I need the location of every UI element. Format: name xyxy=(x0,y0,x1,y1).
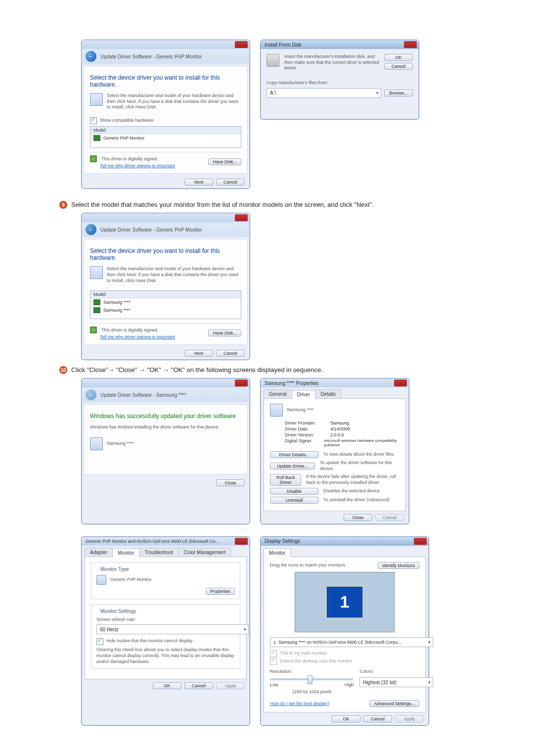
close-button[interactable]: Close xyxy=(344,514,372,521)
signed-text: This driver is digitally signed. xyxy=(101,328,158,332)
monitor-icon xyxy=(93,299,100,305)
resolution-label: Resolution: xyxy=(270,669,354,675)
tab-monitor[interactable]: Monitor xyxy=(264,548,291,557)
list-item[interactable]: Generic PnP Monitor xyxy=(90,134,241,142)
list-item[interactable]: Samsung **** xyxy=(90,306,241,314)
tab-adapter[interactable]: Adapter xyxy=(85,548,113,557)
advanced-settings-button[interactable]: Advanced Settings... xyxy=(369,700,419,707)
breadcrumb: ← Update Driver Software - Generic PnP M… xyxy=(82,222,250,237)
cancel-button[interactable]: Cancel xyxy=(384,63,413,70)
next-button[interactable]: Next xyxy=(184,350,213,357)
device-name: Samsung **** xyxy=(287,407,314,413)
back-icon: ← xyxy=(86,389,96,400)
disable-button[interactable]: Disable xyxy=(270,488,318,495)
window-update-driver-success: ← Update Driver Software - Samsung **** … xyxy=(81,378,250,524)
shield-icon xyxy=(90,327,97,333)
path-dropdown[interactable]: A:\ xyxy=(267,88,381,98)
ok-button[interactable]: OK xyxy=(384,54,413,61)
model-listbox[interactable]: Model Generic PnP Monitor xyxy=(90,126,241,148)
titlebar: Samsung **** Properties xyxy=(261,378,409,387)
back-icon[interactable]: ← xyxy=(86,224,96,235)
colors-dropdown[interactable]: Highest (32 bit) xyxy=(359,677,433,687)
have-disk-button[interactable]: Have Disk... xyxy=(208,330,241,336)
breadcrumb-text: Update Driver Software - Generic PnP Mon… xyxy=(100,227,202,233)
close-icon[interactable] xyxy=(414,538,427,545)
window-device-properties: Samsung **** Properties General Driver D… xyxy=(260,378,409,524)
close-icon[interactable] xyxy=(235,41,248,48)
ok-button[interactable]: OK xyxy=(153,682,181,689)
signing-link[interactable]: Tell me why driver signing is important xyxy=(100,163,175,168)
close-button[interactable]: Close xyxy=(216,479,245,486)
rollback-driver-button[interactable]: Roll Back Driver xyxy=(270,474,301,486)
model-listbox[interactable]: Model Samsung **** Samsung **** xyxy=(90,290,241,319)
tab-troubleshoot[interactable]: Troubleshoot xyxy=(139,548,178,557)
close-icon[interactable] xyxy=(235,379,248,386)
cancel-button[interactable]: Cancel xyxy=(363,715,392,722)
list-item[interactable]: Samsung **** xyxy=(90,298,241,306)
step-number-icon: 10 xyxy=(59,366,67,374)
signing-link[interactable]: Tell me why driver signing is important xyxy=(100,334,175,339)
browse-button[interactable]: Browse... xyxy=(384,90,413,96)
have-disk-button[interactable]: Have Disk... xyxy=(208,158,241,165)
close-icon[interactable] xyxy=(404,41,417,48)
window-title: Samsung **** Properties xyxy=(265,380,318,386)
ok-button[interactable]: OK xyxy=(332,715,360,722)
help-link[interactable]: How do I get the best display? xyxy=(270,701,330,706)
tab-driver[interactable]: Driver xyxy=(292,390,316,399)
driver-icon xyxy=(90,266,103,279)
breadcrumb-text: Update Driver Software - Samsung **** xyxy=(100,392,186,398)
titlebar xyxy=(82,40,250,49)
checkbox-icon xyxy=(270,658,277,665)
properties-button[interactable]: Properties xyxy=(206,588,235,595)
close-icon[interactable] xyxy=(235,214,248,221)
driver-icon xyxy=(90,93,103,106)
monitor-icon xyxy=(93,307,100,313)
uninstall-button[interactable]: Uninstall xyxy=(270,497,318,504)
tabs: Monitor xyxy=(264,548,426,557)
column-header: Model xyxy=(90,291,241,298)
device-dropdown[interactable]: 1. Samsung **** on NVIDIA GeForce 6600 L… xyxy=(270,637,433,647)
monitor-preview[interactable]: 1 xyxy=(295,572,395,632)
update-driver-button[interactable]: Update Driver... xyxy=(270,463,315,470)
install-hint: Insert the manufacturer's installation d… xyxy=(284,54,379,71)
window-monitor-adapter-properties: Generic PnP Monitor and NVIDIA GeForce 6… xyxy=(81,536,250,726)
driver-icon xyxy=(90,437,103,450)
window-title: Install From Disk xyxy=(265,42,301,47)
slider-thumb-icon[interactable] xyxy=(308,675,312,684)
extend-desktop-checkbox: Extend the desktop onto this monitor xyxy=(270,658,419,665)
titlebar: Generic PnP Monitor and NVIDIA GeForce 6… xyxy=(82,537,250,546)
resolution-slider[interactable] xyxy=(270,678,354,680)
close-icon[interactable] xyxy=(394,379,407,386)
driver-details-button[interactable]: Driver Details... xyxy=(270,451,318,458)
device-name: Samsung **** xyxy=(107,441,134,447)
tab-details[interactable]: Details xyxy=(315,389,341,398)
signed-text: This driver is digitally signed. xyxy=(101,156,158,161)
heading: Select the device driver you want to ins… xyxy=(90,247,241,261)
window-update-driver-select: ← Update Driver Software - Generic PnP M… xyxy=(81,40,250,189)
hide-modes-checkbox[interactable]: Hide modes that this monitor cannot disp… xyxy=(96,638,235,645)
cancel-button[interactable]: Cancel xyxy=(184,682,213,689)
back-icon[interactable]: ← xyxy=(86,51,96,62)
titlebar xyxy=(82,213,250,222)
colors-label: Colors: xyxy=(359,669,419,675)
cancel-button[interactable]: Cancel xyxy=(216,179,245,186)
close-icon[interactable] xyxy=(235,538,248,545)
cancel-button: Cancel xyxy=(375,514,404,521)
next-button[interactable]: Next xyxy=(184,179,213,186)
window-update-driver-model-list: ← Update Driver Software - Generic PnP M… xyxy=(81,213,250,360)
tab-color-management[interactable]: Color Management xyxy=(178,548,231,557)
tab-monitor[interactable]: Monitor xyxy=(112,548,139,557)
tab-general[interactable]: General xyxy=(264,389,292,398)
identify-button[interactable]: Identify Monitors xyxy=(378,562,419,569)
show-compatible-checkbox[interactable]: Show compatible hardware xyxy=(90,117,241,124)
refresh-dropdown[interactable]: 60 Hertz xyxy=(96,624,249,634)
cancel-button[interactable]: Cancel xyxy=(216,350,245,357)
monitor-icon[interactable]: 1 xyxy=(327,587,362,617)
monitor-icon xyxy=(96,575,106,585)
step-9-text: Select the model that matches your monit… xyxy=(71,201,374,208)
shield-icon xyxy=(90,155,97,162)
breadcrumb: ← Update Driver Software - Samsung **** xyxy=(82,387,250,402)
group-monitor-settings: Monitor Settings xyxy=(98,609,138,614)
titlebar: Display Settings xyxy=(261,537,429,546)
step-number-icon: 9 xyxy=(59,201,67,209)
